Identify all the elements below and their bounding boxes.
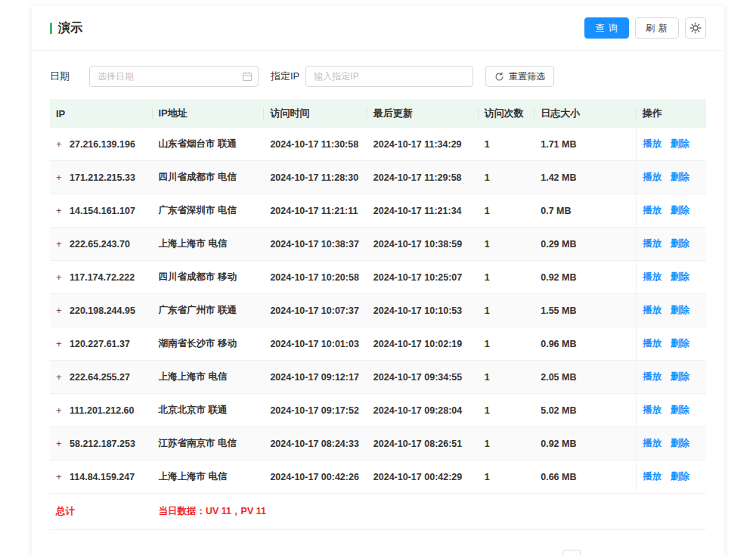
cell-actions: 播放 删除: [637, 228, 706, 261]
cell-visit-time: 2024-10-17 09:12:17: [264, 361, 367, 394]
cell-size: 0.92 MB: [534, 427, 637, 460]
table-summary: 总计 当日数据：UV 11，PV 11: [50, 494, 706, 530]
settings-button[interactable]: [685, 17, 706, 39]
cell-visits: 1: [479, 294, 534, 327]
play-link[interactable]: 播放: [643, 371, 662, 382]
delete-link[interactable]: 删除: [671, 405, 689, 415]
play-link[interactable]: 播放: [643, 271, 662, 282]
date-input[interactable]: [89, 66, 259, 87]
delete-link[interactable]: 删除: [671, 471, 689, 482]
cell-location: 山东省烟台市 联通: [153, 128, 265, 161]
summary-label: 总计: [50, 494, 153, 530]
refresh-button[interactable]: 刷 新: [635, 17, 679, 39]
col-header-size: 日志大小: [534, 99, 637, 128]
col-header-last-update: 最后更新: [367, 99, 479, 128]
ip-value: 222.65.243.70: [70, 239, 130, 250]
reset-filter-label: 重置筛选: [509, 70, 545, 83]
play-link[interactable]: 播放: [643, 471, 662, 482]
title-accent-bar: [50, 23, 52, 34]
cell-last-update: 2024-10-17 11:21:34: [367, 194, 479, 228]
date-picker: [89, 66, 259, 87]
delete-link[interactable]: 删除: [671, 371, 689, 382]
cell-visits: 1: [479, 194, 534, 228]
play-link[interactable]: 播放: [643, 138, 662, 149]
cell-last-update: 2024-10-17 00:42:29: [367, 460, 479, 494]
expand-row-icon[interactable]: +: [56, 238, 65, 250]
cell-location: 广东省深圳市 电信: [153, 194, 265, 228]
delete-link[interactable]: 删除: [671, 271, 689, 282]
expand-row-icon[interactable]: +: [56, 338, 65, 349]
cell-ip: +117.174.72.222: [50, 261, 153, 294]
play-link[interactable]: 播放: [643, 205, 662, 215]
play-link[interactable]: 播放: [643, 238, 662, 249]
delete-link[interactable]: 删除: [671, 438, 689, 448]
cell-visit-time: 2024-10-17 08:24:33: [264, 427, 367, 460]
expand-row-icon[interactable]: +: [56, 138, 65, 150]
cell-actions: 播放 删除: [637, 427, 706, 460]
cell-visits: 1: [479, 394, 534, 427]
table-row: +220.198.244.95 广东省广州市 联通 2024-10-17 10:…: [50, 294, 706, 327]
cell-last-update: 2024-10-17 09:28:04: [367, 394, 479, 427]
play-link[interactable]: 播放: [643, 305, 662, 315]
ip-value: 14.154.161.107: [70, 206, 135, 216]
query-button[interactable]: 查 询: [584, 17, 628, 39]
reset-filter-button[interactable]: 重置筛选: [485, 66, 554, 87]
page: 演示 查 询 刷 新: [0, 0, 756, 555]
ip-value: 58.212.187.253: [70, 439, 135, 449]
ip-value: 222.64.255.27: [70, 372, 130, 383]
cell-visits: 1: [479, 427, 534, 460]
summary-row: 总计 当日数据：UV 11，PV 11: [50, 494, 706, 530]
card-header: 演示 查 询 刷 新: [32, 6, 724, 51]
cell-last-update: 2024-10-17 08:26:51: [367, 427, 479, 460]
expand-row-icon[interactable]: +: [56, 172, 65, 183]
page-title: 演示: [58, 20, 82, 36]
cell-location: 四川省成都市 移动: [153, 261, 265, 294]
summary-text: 当日数据：UV 11，PV 11: [153, 494, 707, 530]
log-table: IP IP地址 访问时间 最后更新 访问次数 日志大小 操作 +27.216.1…: [50, 99, 706, 530]
cell-last-update: 2024-10-17 10:02:19: [367, 327, 479, 361]
col-header-ip: IP: [50, 99, 153, 128]
expand-row-icon[interactable]: +: [56, 438, 65, 449]
table-header: IP IP地址 访问时间 最后更新 访问次数 日志大小 操作: [50, 99, 706, 128]
cell-actions: 播放 删除: [637, 327, 706, 361]
delete-link[interactable]: 删除: [671, 305, 689, 315]
cell-visit-time: 2024-10-17 10:07:37: [264, 294, 367, 327]
table-row: +222.65.243.70 上海上海市 电信 2024-10-17 10:38…: [50, 228, 706, 261]
expand-row-icon[interactable]: +: [56, 471, 65, 482]
ip-input[interactable]: [305, 66, 473, 87]
delete-link[interactable]: 删除: [671, 172, 689, 182]
cell-location: 上海上海市 电信: [153, 460, 265, 494]
cell-actions: 播放 删除: [637, 361, 706, 394]
cell-ip: +111.201.212.60: [50, 394, 153, 427]
cell-last-update: 2024-10-17 10:10:53: [367, 294, 479, 327]
expand-row-icon[interactable]: +: [56, 305, 65, 316]
col-header-actions: 操作: [637, 99, 706, 128]
cell-location: 江苏省南京市 电信: [153, 427, 265, 460]
play-link[interactable]: 播放: [643, 405, 662, 415]
table-row: +58.212.187.253 江苏省南京市 电信 2024-10-17 08:…: [50, 427, 706, 460]
cell-visit-time: 2024-10-17 11:28:30: [264, 161, 367, 194]
expand-row-icon[interactable]: +: [56, 371, 65, 383]
play-link[interactable]: 播放: [643, 172, 662, 182]
delete-link[interactable]: 删除: [671, 338, 689, 349]
expand-row-icon[interactable]: +: [56, 405, 65, 416]
delete-link[interactable]: 删除: [671, 138, 689, 149]
header-actions: 查 询 刷 新: [584, 17, 706, 39]
expand-row-icon[interactable]: +: [56, 205, 65, 216]
cell-size: 0.29 MB: [534, 228, 637, 261]
cell-location: 上海上海市 电信: [153, 228, 265, 261]
expand-row-icon[interactable]: +: [56, 271, 65, 283]
table-row: +14.154.161.107 广东省深圳市 电信 2024-10-17 11:…: [50, 194, 706, 228]
pagination-prev-button[interactable]: ‹: [562, 550, 581, 555]
calendar-icon: [242, 71, 253, 82]
cell-location: 湖南省长沙市 移动: [153, 327, 265, 361]
cell-size: 0.7 MB: [534, 194, 637, 228]
delete-link[interactable]: 删除: [671, 205, 689, 215]
delete-link[interactable]: 删除: [671, 238, 689, 249]
play-link[interactable]: 播放: [643, 338, 662, 349]
cell-location: 四川省成都市 电信: [153, 161, 265, 194]
table-row: +114.84.159.247 上海上海市 电信 2024-10-17 00:4…: [50, 460, 706, 494]
cell-last-update: 2024-10-17 11:34:29: [367, 128, 479, 161]
play-link[interactable]: 播放: [643, 438, 662, 448]
cell-size: 2.05 MB: [534, 361, 637, 394]
